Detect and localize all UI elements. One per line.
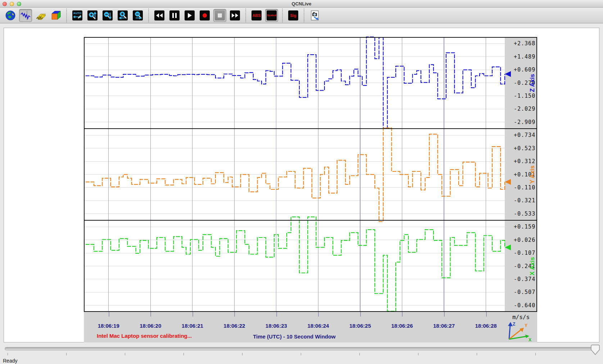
chart-panel: +2.368+1.489+0.609-0.270-1.150-2.029-2.9… [4, 28, 599, 342]
auto-zoom-arrows-icon [73, 15, 82, 19]
rewind-icon [155, 13, 163, 18]
slider-tick-mark [477, 353, 477, 355]
second-tick-mark [318, 312, 319, 317]
abs-label: ABS [252, 13, 260, 18]
axis-tick-label: +2.368 [514, 40, 535, 47]
3d-seismogram-view-button[interactable] [34, 9, 47, 22]
play-icon [187, 13, 192, 18]
second-tick-mark [444, 312, 445, 317]
slider-tick-mark [535, 353, 536, 355]
waveform-view-button[interactable] [19, 9, 32, 22]
pause-button[interactable] [168, 9, 181, 22]
zoom-out-right-icon [133, 11, 142, 20]
world-map-view-button[interactable] [4, 9, 17, 22]
3d-cube-view-button[interactable] [49, 9, 62, 22]
zoom-out-vertical-button[interactable] [101, 9, 114, 22]
play-button[interactable] [183, 9, 196, 22]
window-title: QCNLive [0, 1, 603, 6]
zoom-in-horizontal-button[interactable] [116, 9, 129, 22]
axes-orientation-icon: Z Y X [504, 321, 533, 342]
second-tick-mark [360, 312, 361, 317]
toolbar-separator [304, 9, 304, 22]
auto-zoom-button[interactable]: AUTO [71, 9, 84, 22]
axis-tick-label: +0.609 [514, 66, 535, 73]
zoom-out-horizontal-button[interactable] [131, 9, 144, 22]
axis-tick-label: +0.026 [514, 237, 535, 243]
axis-tick-label: -0.107 [514, 250, 535, 256]
second-tick-mark [192, 312, 193, 317]
slider-tick-mark [183, 353, 184, 355]
time-tick-label: 18:06:24 [307, 323, 329, 329]
3d-plot-stack-icon [35, 10, 46, 21]
axis-title-z: Z Axis [529, 74, 536, 92]
record-button[interactable] [198, 9, 211, 22]
axis-tick-label: -0.321 [514, 197, 535, 204]
slider-tick-mark [125, 353, 125, 355]
axis-tick-label: -0.507 [514, 289, 535, 295]
axis-tick-label: +0.159 [514, 224, 535, 230]
globe-icon [5, 10, 16, 21]
zoom-in-vertical-button[interactable] [86, 9, 99, 22]
slider-tick-mark [418, 353, 418, 355]
second-tick-mark [234, 312, 235, 317]
sig-label: Sig [290, 13, 296, 18]
pause-icon [172, 13, 177, 18]
rewind-button[interactable] [153, 9, 166, 22]
fast-forward-button[interactable] [228, 9, 241, 22]
axis-tick-label: -0.533 [514, 211, 535, 217]
x-axis-letter: X [529, 337, 531, 342]
axis-tick-label: -1.150 [514, 93, 535, 99]
screenshot-camera-icon [310, 10, 320, 21]
screenshot-button[interactable] [308, 9, 321, 22]
axis-tick-label: +1.489 [514, 54, 535, 60]
time-tick-label: 18:06:21 [182, 323, 203, 329]
time-scroll-slider-track[interactable] [5, 347, 599, 350]
axis-tick-label: +0.734 [514, 132, 535, 138]
sig-button[interactable]: Sig [287, 9, 300, 22]
zoom-out-down-icon [103, 11, 112, 20]
time-axis-title: Time (UTC) - 10 Second Window [84, 333, 505, 340]
slider-tick-mark [359, 353, 360, 355]
cube-icon [50, 10, 61, 21]
axis-title-y: Y Axis [529, 165, 536, 184]
axis-tick-label: +0.523 [514, 145, 535, 152]
time-tick-label: 18:06:28 [475, 323, 497, 329]
time-tick-label: 18:06:26 [391, 323, 413, 329]
qcnlive-window: { "window": { "title": "QCNLive", "statu… [0, 0, 603, 364]
second-tick-mark [402, 312, 403, 317]
slider-tick-mark [301, 353, 301, 355]
record-icon [202, 13, 208, 18]
time-tick-label: 18:06:25 [349, 323, 371, 329]
units-label: m/s/s [505, 314, 537, 321]
toolbar-separator [66, 9, 67, 22]
axis-tick-label: -0.110 [514, 184, 535, 191]
scaled-button[interactable]: Scaled [265, 9, 278, 22]
axis-tick-label: -0.640 [514, 302, 535, 309]
seismograph-traces [84, 37, 537, 312]
titlebar: QCNLive [0, 0, 603, 8]
toolbar-separator [282, 9, 283, 22]
zoom-in-up-icon [88, 11, 97, 20]
toolbar-separator [245, 9, 246, 22]
time-tick-label: 18:06:23 [266, 323, 287, 329]
time-tick-label: 18:06:20 [140, 323, 161, 329]
time-axis-band: Intel Mac Laptop sensor calibrating... T… [84, 312, 537, 342]
y-axis-letter: Y [525, 323, 527, 328]
slider-tick-mark [66, 353, 67, 355]
second-tick-mark [276, 312, 277, 317]
zoom-in-left-icon [118, 11, 127, 20]
slider-tick-mark [8, 353, 8, 355]
time-scroll-slider-thumb[interactable] [591, 345, 600, 356]
slider-tick-mark [242, 353, 242, 355]
auto-zoom-label: AUTO [73, 12, 82, 15]
seismograph-plot: +2.368+1.489+0.609-0.270-1.150-2.029-2.9… [84, 37, 537, 312]
axis-tick-label: +0.312 [514, 158, 535, 165]
second-tick-mark [109, 312, 109, 317]
z-axis-letter: Z [513, 322, 515, 327]
axis-tick-label: -2.029 [514, 106, 535, 112]
time-tick-label: 18:06:27 [433, 323, 455, 329]
abs-button[interactable]: ABS [250, 9, 263, 22]
axis-tick-label: -0.374 [514, 276, 535, 282]
second-tick-mark [150, 312, 151, 317]
stop-button[interactable] [213, 9, 226, 22]
